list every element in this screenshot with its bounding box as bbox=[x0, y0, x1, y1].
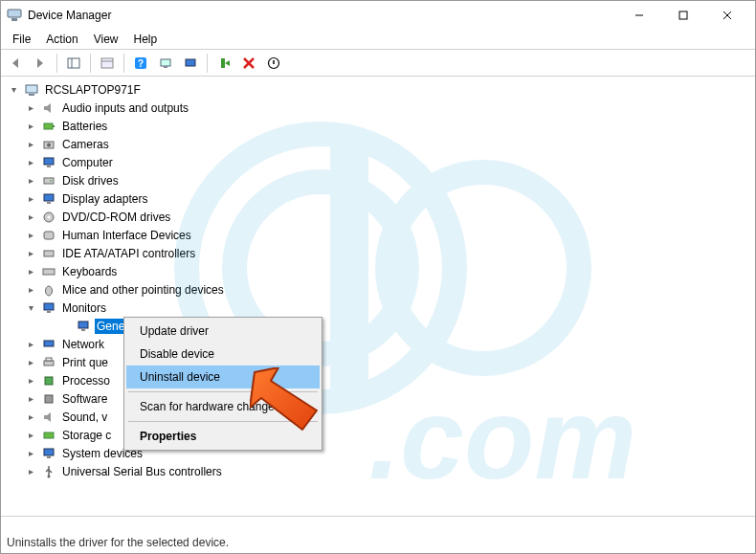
window-title: Device Manager bbox=[28, 9, 111, 22]
ctx-properties[interactable]: Properties bbox=[126, 425, 320, 448]
ctx-separator bbox=[128, 391, 318, 392]
tree-category-usb[interactable]: ▸Universal Serial Bus controllers bbox=[24, 462, 755, 480]
help-button[interactable]: ? bbox=[130, 53, 151, 74]
chevron-right-icon[interactable]: ▸ bbox=[24, 447, 37, 460]
tree-category-mice[interactable]: ▸Mice and other pointing devices bbox=[24, 280, 755, 299]
uninstall-button[interactable] bbox=[238, 53, 259, 74]
ctx-uninstall-device[interactable]: Uninstall device bbox=[126, 366, 320, 388]
scan-hardware-button[interactable] bbox=[155, 53, 176, 74]
storage-icon bbox=[41, 428, 56, 443]
chevron-right-icon[interactable]: ▸ bbox=[24, 211, 37, 224]
tree-category-batteries[interactable]: ▸Batteries bbox=[24, 117, 755, 135]
svg-rect-51 bbox=[44, 449, 54, 455]
properties-button[interactable] bbox=[97, 53, 118, 74]
system-icon bbox=[41, 446, 56, 461]
usb-icon bbox=[41, 464, 56, 479]
tree-category-ide[interactable]: ▸IDE ATA/ATAPI controllers bbox=[24, 244, 755, 262]
ctx-scan-hardware[interactable]: Scan for hardware change bbox=[126, 395, 320, 418]
chevron-right-icon[interactable]: ▸ bbox=[24, 356, 37, 369]
menu-view[interactable]: View bbox=[86, 31, 126, 48]
tree-category-audio[interactable]: ▸Audio inputs and outputs bbox=[24, 99, 755, 117]
svg-rect-25 bbox=[44, 123, 53, 129]
svg-point-40 bbox=[46, 286, 53, 296]
tree-category-display[interactable]: ▸Display adapters bbox=[24, 189, 755, 208]
chevron-right-icon[interactable]: ▸ bbox=[24, 374, 37, 388]
chevron-down-icon[interactable]: ▾ bbox=[7, 83, 20, 97]
svg-rect-8 bbox=[101, 58, 113, 68]
svg-rect-48 bbox=[45, 377, 53, 385]
close-button[interactable] bbox=[705, 1, 749, 30]
monitor-icon bbox=[41, 300, 56, 316]
chevron-right-icon[interactable]: ▸ bbox=[24, 429, 37, 442]
window-buttons bbox=[617, 1, 749, 30]
enable-device-button[interactable] bbox=[213, 53, 234, 74]
svg-rect-46 bbox=[44, 361, 54, 366]
chevron-right-icon[interactable]: ▸ bbox=[24, 120, 37, 133]
tree-category-keyboards[interactable]: ▸Keyboards bbox=[24, 262, 755, 280]
chevron-right-icon[interactable]: ▸ bbox=[24, 247, 37, 260]
chevron-right-icon[interactable]: ▸ bbox=[24, 156, 37, 169]
ide-icon bbox=[41, 246, 56, 261]
speaker-icon bbox=[41, 410, 56, 425]
display-adapter-icon bbox=[41, 191, 56, 207]
svg-rect-1 bbox=[11, 18, 17, 21]
svg-rect-38 bbox=[44, 251, 54, 256]
svg-point-36 bbox=[48, 215, 51, 218]
update-driver-button[interactable] bbox=[180, 53, 201, 74]
hid-icon bbox=[41, 228, 56, 243]
toolbar-separator bbox=[56, 54, 57, 73]
back-button[interactable] bbox=[5, 53, 26, 74]
minimize-button[interactable] bbox=[617, 1, 661, 30]
chevron-right-icon[interactable]: ▸ bbox=[24, 101, 37, 115]
cpu-icon bbox=[41, 373, 56, 388]
svg-rect-29 bbox=[44, 158, 54, 165]
show-hide-console-button[interactable] bbox=[63, 53, 84, 74]
chevron-down-icon[interactable]: ▾ bbox=[24, 301, 37, 315]
svg-rect-47 bbox=[46, 358, 52, 361]
tree-category-hid[interactable]: ▸Human Interface Devices bbox=[24, 226, 755, 244]
chevron-right-icon[interactable]: ▸ bbox=[24, 265, 37, 278]
menu-help[interactable]: Help bbox=[126, 31, 166, 48]
forward-button[interactable] bbox=[30, 53, 51, 74]
device-tree[interactable]: .com ▾ RCSLAPTOP971F ▸Audio inputs and o… bbox=[1, 77, 755, 517]
monitor-icon bbox=[41, 155, 56, 170]
chevron-right-icon[interactable]: ▸ bbox=[24, 338, 37, 351]
chevron-right-icon[interactable]: ▸ bbox=[24, 192, 37, 206]
svg-rect-13 bbox=[164, 66, 167, 68]
chevron-right-icon[interactable]: ▸ bbox=[24, 410, 37, 424]
toolbar-separator bbox=[123, 54, 124, 73]
chip-icon bbox=[41, 391, 56, 407]
svg-point-28 bbox=[47, 143, 51, 146]
ctx-update-driver[interactable]: Update driver bbox=[126, 320, 320, 343]
chevron-right-icon[interactable]: ▸ bbox=[24, 229, 37, 242]
tree-category-disk[interactable]: ▸Disk drives bbox=[24, 171, 755, 189]
network-icon bbox=[41, 337, 56, 352]
context-menu: Update driver Disable device Uninstall d… bbox=[123, 317, 322, 451]
svg-rect-30 bbox=[47, 166, 51, 167]
menu-action[interactable]: Action bbox=[38, 31, 85, 48]
mouse-icon bbox=[41, 282, 56, 298]
svg-text:?: ? bbox=[138, 58, 144, 69]
disc-icon bbox=[41, 210, 56, 225]
speaker-icon bbox=[41, 100, 56, 116]
tree-category-computer[interactable]: ▸Computer bbox=[24, 153, 755, 171]
chevron-right-icon[interactable]: ▸ bbox=[24, 174, 37, 188]
menubar: File Action View Help bbox=[1, 30, 755, 49]
menu-file[interactable]: File bbox=[5, 31, 38, 48]
ctx-disable-device[interactable]: Disable device bbox=[126, 343, 320, 366]
disable-device-button[interactable] bbox=[263, 53, 284, 74]
tree-category-cameras[interactable]: ▸Cameras bbox=[24, 135, 755, 153]
maximize-button[interactable] bbox=[661, 1, 705, 30]
computer-icon bbox=[24, 82, 39, 98]
svg-point-32 bbox=[50, 180, 52, 182]
chevron-right-icon[interactable]: ▸ bbox=[24, 283, 37, 297]
svg-rect-39 bbox=[43, 269, 55, 275]
tree-category-dvd[interactable]: ▸DVD/CD-ROM drives bbox=[24, 208, 755, 226]
chevron-right-icon[interactable]: ▸ bbox=[24, 392, 37, 406]
chevron-right-icon[interactable]: ▸ bbox=[24, 138, 37, 151]
chevron-right-icon[interactable]: ▸ bbox=[24, 465, 37, 478]
tree-category-monitors[interactable]: ▾Monitors bbox=[24, 299, 755, 317]
tree-root-node[interactable]: ▾ RCSLAPTOP971F bbox=[7, 80, 755, 99]
svg-rect-15 bbox=[221, 58, 225, 68]
svg-rect-49 bbox=[45, 395, 53, 403]
